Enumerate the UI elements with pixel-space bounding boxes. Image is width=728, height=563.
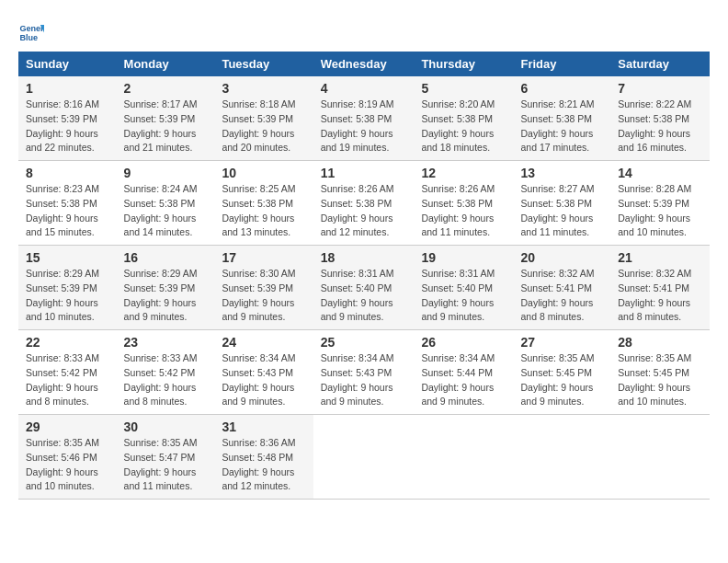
calendar-cell: 12 Sunrise: 8:26 AM Sunset: 5:38 PM Dayl… — [414, 161, 513, 246]
day-info: Sunrise: 8:35 AM Sunset: 5:46 PM Dayligh… — [26, 437, 99, 491]
calendar-cell: 1 Sunrise: 8:16 AM Sunset: 5:39 PM Dayli… — [18, 76, 117, 161]
calendar-cell: 4 Sunrise: 8:19 AM Sunset: 5:38 PM Dayli… — [313, 76, 415, 161]
day-number: 31 — [222, 419, 305, 434]
calendar-cell: 29 Sunrise: 8:35 AM Sunset: 5:46 PM Dayl… — [18, 415, 117, 500]
day-number: 24 — [222, 335, 305, 350]
day-number: 30 — [124, 419, 208, 434]
day-info: Sunrise: 8:33 AM Sunset: 5:42 PM Dayligh… — [124, 352, 198, 407]
day-number: 12 — [421, 166, 506, 180]
calendar-cell: 24 Sunrise: 8:34 AM Sunset: 5:43 PM Dayl… — [214, 330, 313, 415]
calendar-cell: 25 Sunrise: 8:34 AM Sunset: 5:43 PM Dayl… — [313, 330, 415, 415]
day-number: 5 — [421, 81, 506, 96]
page-header: General Blue — [18, 18, 710, 44]
day-info: Sunrise: 8:32 AM Sunset: 5:41 PM Dayligh… — [618, 268, 691, 322]
calendar-cell — [610, 415, 710, 500]
day-number: 17 — [222, 250, 305, 265]
header-row: SundayMondayTuesdayWednesdayThursdayFrid… — [18, 52, 710, 76]
logo-icon: General Blue — [18, 18, 44, 44]
day-info: Sunrise: 8:35 AM Sunset: 5:45 PM Dayligh… — [618, 352, 691, 407]
day-info: Sunrise: 8:27 AM Sunset: 5:38 PM Dayligh… — [520, 183, 594, 237]
calendar-cell: 23 Sunrise: 8:33 AM Sunset: 5:42 PM Dayl… — [117, 330, 215, 415]
day-info: Sunrise: 8:18 AM Sunset: 5:39 PM Dayligh… — [222, 98, 295, 153]
day-info: Sunrise: 8:26 AM Sunset: 5:38 PM Dayligh… — [321, 183, 394, 237]
day-info: Sunrise: 8:31 AM Sunset: 5:40 PM Dayligh… — [321, 268, 394, 322]
calendar-cell: 27 Sunrise: 8:35 AM Sunset: 5:45 PM Dayl… — [513, 330, 610, 415]
calendar-cell: 26 Sunrise: 8:34 AM Sunset: 5:44 PM Dayl… — [414, 330, 513, 415]
day-info: Sunrise: 8:29 AM Sunset: 5:39 PM Dayligh… — [26, 268, 99, 322]
day-number: 6 — [520, 81, 603, 96]
day-number: 25 — [321, 335, 407, 350]
day-number: 29 — [26, 419, 109, 434]
header-friday: Friday — [513, 52, 610, 76]
calendar-cell: 13 Sunrise: 8:27 AM Sunset: 5:38 PM Dayl… — [513, 161, 610, 246]
calendar-cell: 10 Sunrise: 8:25 AM Sunset: 5:38 PM Dayl… — [214, 161, 313, 246]
day-info: Sunrise: 8:28 AM Sunset: 5:39 PM Dayligh… — [618, 183, 691, 237]
day-number: 1 — [26, 81, 109, 96]
day-info: Sunrise: 8:36 AM Sunset: 5:48 PM Dayligh… — [222, 437, 295, 491]
calendar-cell: 15 Sunrise: 8:29 AM Sunset: 5:39 PM Dayl… — [18, 246, 117, 330]
day-number: 21 — [618, 250, 702, 265]
day-number: 28 — [618, 335, 702, 350]
day-info: Sunrise: 8:31 AM Sunset: 5:40 PM Dayligh… — [421, 268, 495, 322]
calendar-cell: 8 Sunrise: 8:23 AM Sunset: 5:38 PM Dayli… — [18, 161, 117, 246]
day-number: 23 — [124, 335, 208, 350]
day-info: Sunrise: 8:23 AM Sunset: 5:38 PM Dayligh… — [26, 183, 99, 237]
day-number: 26 — [421, 335, 506, 350]
svg-text:Blue: Blue — [19, 33, 38, 42]
day-info: Sunrise: 8:35 AM Sunset: 5:45 PM Dayligh… — [520, 352, 594, 407]
day-number: 27 — [520, 335, 603, 350]
day-number: 13 — [520, 166, 603, 180]
calendar-cell: 18 Sunrise: 8:31 AM Sunset: 5:40 PM Dayl… — [313, 246, 415, 330]
day-number: 10 — [222, 166, 305, 180]
calendar-cell: 28 Sunrise: 8:35 AM Sunset: 5:45 PM Dayl… — [610, 330, 710, 415]
week-row-3: 15 Sunrise: 8:29 AM Sunset: 5:39 PM Dayl… — [18, 246, 710, 330]
day-number: 8 — [26, 166, 109, 180]
day-info: Sunrise: 8:34 AM Sunset: 5:44 PM Dayligh… — [421, 352, 495, 407]
calendar-cell — [313, 415, 415, 500]
header-monday: Monday — [117, 52, 215, 76]
calendar-table: SundayMondayTuesdayWednesdayThursdayFrid… — [18, 52, 710, 500]
day-info: Sunrise: 8:34 AM Sunset: 5:43 PM Dayligh… — [321, 352, 394, 407]
calendar-cell: 11 Sunrise: 8:26 AM Sunset: 5:38 PM Dayl… — [313, 161, 415, 246]
day-info: Sunrise: 8:26 AM Sunset: 5:38 PM Dayligh… — [421, 183, 495, 237]
header-sunday: Sunday — [18, 52, 117, 76]
calendar-cell: 3 Sunrise: 8:18 AM Sunset: 5:39 PM Dayli… — [214, 76, 313, 161]
day-info: Sunrise: 8:22 AM Sunset: 5:38 PM Dayligh… — [618, 98, 691, 153]
day-number: 11 — [321, 166, 407, 180]
calendar-cell: 17 Sunrise: 8:30 AM Sunset: 5:39 PM Dayl… — [214, 246, 313, 330]
day-number: 2 — [124, 81, 208, 96]
day-number: 18 — [321, 250, 407, 265]
day-info: Sunrise: 8:19 AM Sunset: 5:38 PM Dayligh… — [321, 98, 394, 153]
day-info: Sunrise: 8:33 AM Sunset: 5:42 PM Dayligh… — [26, 352, 99, 407]
calendar-cell: 6 Sunrise: 8:21 AM Sunset: 5:38 PM Dayli… — [513, 76, 610, 161]
calendar-cell: 2 Sunrise: 8:17 AM Sunset: 5:39 PM Dayli… — [117, 76, 215, 161]
week-row-2: 8 Sunrise: 8:23 AM Sunset: 5:38 PM Dayli… — [18, 161, 710, 246]
day-number: 4 — [321, 81, 407, 96]
calendar-cell: 19 Sunrise: 8:31 AM Sunset: 5:40 PM Dayl… — [414, 246, 513, 330]
day-number: 22 — [26, 335, 109, 350]
day-number: 19 — [421, 250, 506, 265]
calendar-cell: 16 Sunrise: 8:29 AM Sunset: 5:39 PM Dayl… — [117, 246, 215, 330]
header-wednesday: Wednesday — [313, 52, 415, 76]
calendar-cell — [513, 415, 610, 500]
day-number: 3 — [222, 81, 305, 96]
day-number: 9 — [124, 166, 208, 180]
header-saturday: Saturday — [610, 52, 710, 76]
calendar-cell: 7 Sunrise: 8:22 AM Sunset: 5:38 PM Dayli… — [610, 76, 710, 161]
day-info: Sunrise: 8:17 AM Sunset: 5:39 PM Dayligh… — [124, 98, 198, 153]
calendar-cell: 20 Sunrise: 8:32 AM Sunset: 5:41 PM Dayl… — [513, 246, 610, 330]
day-number: 16 — [124, 250, 208, 265]
day-info: Sunrise: 8:30 AM Sunset: 5:39 PM Dayligh… — [222, 268, 295, 322]
calendar-cell: 5 Sunrise: 8:20 AM Sunset: 5:38 PM Dayli… — [414, 76, 513, 161]
calendar-cell: 9 Sunrise: 8:24 AM Sunset: 5:38 PM Dayli… — [117, 161, 215, 246]
header-tuesday: Tuesday — [214, 52, 313, 76]
svg-text:General: General — [19, 24, 44, 33]
week-row-1: 1 Sunrise: 8:16 AM Sunset: 5:39 PM Dayli… — [18, 76, 710, 161]
day-info: Sunrise: 8:16 AM Sunset: 5:39 PM Dayligh… — [26, 98, 99, 153]
day-number: 15 — [26, 250, 109, 265]
calendar-cell — [414, 415, 513, 500]
week-row-4: 22 Sunrise: 8:33 AM Sunset: 5:42 PM Dayl… — [18, 330, 710, 415]
calendar-cell: 21 Sunrise: 8:32 AM Sunset: 5:41 PM Dayl… — [610, 246, 710, 330]
day-info: Sunrise: 8:20 AM Sunset: 5:38 PM Dayligh… — [421, 98, 495, 153]
day-info: Sunrise: 8:25 AM Sunset: 5:38 PM Dayligh… — [222, 183, 295, 237]
